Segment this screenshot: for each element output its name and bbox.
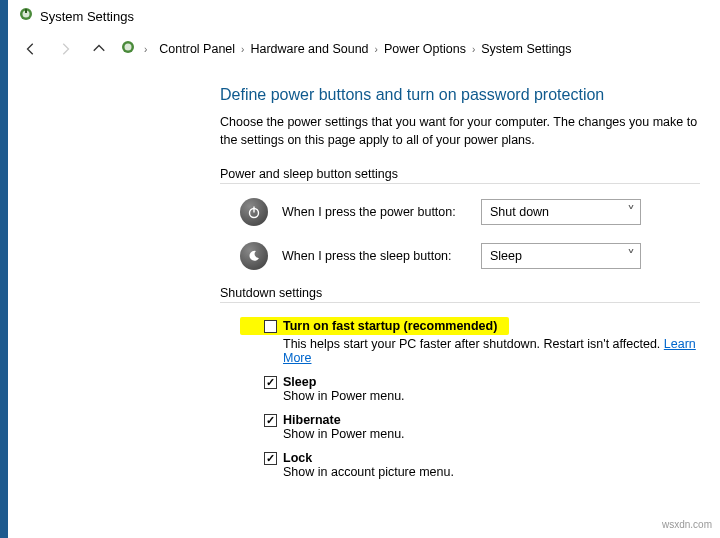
svg-rect-2 [25,9,27,13]
breadcrumb-item[interactable]: Control Panel [159,42,235,56]
lock-checkbox[interactable] [264,452,277,465]
sleep-option-label: Sleep [283,375,316,389]
hibernate-option-label: Hibernate [283,413,341,427]
breadcrumb-item[interactable]: System Settings [481,42,571,56]
watermark: wsxdn.com [662,519,712,530]
content-area: Define power buttons and turn on passwor… [0,66,720,509]
power-icon [240,198,268,226]
nav-bar: › Control Panel › Hardware and Sound › P… [0,32,720,66]
svg-rect-6 [253,207,254,213]
power-options-icon [18,6,34,26]
sidebar-edge [0,0,8,538]
section-header-buttons: Power and sleep button settings [220,167,700,184]
sleep-checkbox[interactable] [264,376,277,389]
svg-point-4 [125,44,132,51]
fast-startup-desc: This helps start your PC faster after sh… [283,337,700,365]
hibernate-checkbox[interactable] [264,414,277,427]
sleep-option: Sleep Show in Power menu. [264,375,700,403]
breadcrumb: Control Panel › Hardware and Sound › Pow… [159,42,571,56]
chevron-right-icon: › [144,44,147,55]
sleep-icon [240,242,268,270]
back-button[interactable] [18,36,44,62]
chevron-right-icon: › [375,44,378,55]
sleep-button-dropdown[interactable]: Sleep ˅ [481,243,641,269]
lock-option-desc: Show in account picture menu. [283,465,700,479]
fast-startup-row: Turn on fast startup (recommended) [240,317,509,335]
hibernate-option-desc: Show in Power menu. [283,427,700,441]
breadcrumb-icon [120,39,136,59]
fast-startup-checkbox[interactable] [264,320,277,333]
up-button[interactable] [86,36,112,62]
sleep-button-row: When I press the sleep button: Sleep ˅ [240,242,700,270]
title-bar: System Settings [0,0,720,32]
breadcrumb-item[interactable]: Hardware and Sound [250,42,368,56]
window-title: System Settings [40,9,134,24]
hibernate-option: Hibernate Show in Power menu. [264,413,700,441]
power-button-dropdown[interactable]: Shut down ˅ [481,199,641,225]
lock-option: Lock Show in account picture menu. [264,451,700,479]
forward-button[interactable] [52,36,78,62]
power-button-row: When I press the power button: Shut down… [240,198,700,226]
section-header-shutdown: Shutdown settings [220,286,700,303]
chevron-right-icon: › [472,44,475,55]
page-title: Define power buttons and turn on passwor… [220,86,700,104]
lock-option-label: Lock [283,451,312,465]
breadcrumb-item[interactable]: Power Options [384,42,466,56]
power-button-label: When I press the power button: [282,205,467,219]
sleep-button-label: When I press the sleep button: [282,249,467,263]
fast-startup-label: Turn on fast startup (recommended) [283,319,497,333]
page-subtext: Choose the power settings that you want … [220,114,700,149]
sleep-option-desc: Show in Power menu. [283,389,700,403]
chevron-right-icon: › [241,44,244,55]
